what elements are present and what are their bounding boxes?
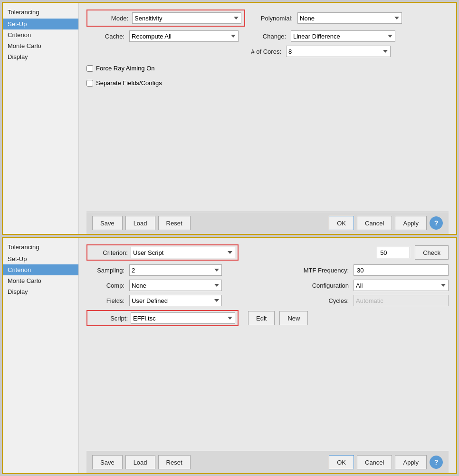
change-select[interactable]: Linear Difference Relative Change — [291, 30, 395, 42]
main-area-1: Mode: Sensitivity Monte Carlo Both Polyn… — [79, 3, 456, 234]
separate-fields-label: Separate Fields/Configs — [96, 79, 162, 87]
main-area-2: Criterion: User Script RMS Spot Size MTF… — [79, 238, 456, 473]
help-button-2[interactable]: ? — [430, 456, 443, 469]
ok-button-2[interactable]: OK — [329, 455, 354, 469]
criterion-label: Criterion: — [90, 249, 128, 256]
config-label: Configuration — [296, 282, 349, 289]
script-label: Script: — [90, 315, 128, 322]
sidebar-item-criterion-1[interactable]: Criterion — [3, 29, 78, 40]
change-label: Change: — [243, 33, 286, 40]
mode-select[interactable]: Sensitivity Monte Carlo Both — [132, 12, 241, 24]
reset-button-1[interactable]: Reset — [158, 216, 191, 230]
cache-select[interactable]: Recompute All Use Cache Build Cache — [129, 30, 239, 42]
sidebar-item-criterion-2[interactable]: Criterion — [3, 264, 78, 275]
help-button-1[interactable]: ? — [430, 216, 443, 230]
sampling-label: Sampling: — [86, 267, 124, 274]
polynomial-label: Polynomial: — [250, 15, 293, 22]
apply-button-2[interactable]: Apply — [395, 455, 427, 469]
cancel-button-2[interactable]: Cancel — [357, 455, 392, 469]
ok-button-1[interactable]: OK — [329, 216, 354, 230]
cores-label: # of Cores: — [239, 48, 281, 55]
mtf-freq-input[interactable]: 30 — [354, 264, 449, 276]
load-button-2[interactable]: Load — [125, 455, 155, 469]
edit-button[interactable]: Edit — [248, 311, 275, 325]
criterion-value-input[interactable]: 50 — [377, 247, 410, 258]
reset-button-2[interactable]: Reset — [158, 455, 191, 469]
new-button[interactable]: New — [279, 311, 308, 325]
sidebar-1-title: Tolerancing — [3, 7, 78, 19]
fields-select[interactable]: User Defined All Current — [129, 295, 222, 306]
panel-2: Tolerancing Set-Up Criterion Monte Carlo… — [2, 237, 457, 474]
button-bar-2: Save Load Reset OK Cancel Apply ? — [86, 451, 449, 473]
config-select[interactable]: All Current — [354, 280, 449, 291]
apply-button-1[interactable]: Apply — [395, 216, 427, 230]
criterion-select[interactable]: User Script RMS Spot Size MTF Boresight … — [131, 247, 235, 258]
button-bar-1: Save Load Reset OK Cancel Apply ? — [86, 212, 449, 234]
cycles-label: Cycles: — [296, 297, 349, 304]
cancel-button-1[interactable]: Cancel — [357, 216, 392, 230]
sidebar-2-title: Tolerancing — [3, 242, 78, 253]
sidebar-item-setup-1[interactable]: Set-Up — [3, 19, 78, 29]
save-button-2[interactable]: Save — [92, 455, 123, 469]
separate-fields-row: Separate Fields/Configs — [86, 79, 449, 87]
mode-highlighted-row: Mode: Sensitivity Monte Carlo Both — [86, 10, 245, 27]
sidebar-item-display-1[interactable]: Display — [3, 51, 78, 62]
check-button[interactable]: Check — [415, 245, 449, 260]
mode-label: Mode: — [90, 15, 128, 22]
script-select[interactable]: EFFl.tsc — [131, 312, 235, 324]
sidebar-item-setup-2[interactable]: Set-Up — [3, 253, 78, 264]
sampling-select[interactable]: 1 2 3 4 — [129, 264, 222, 276]
force-ray-checkbox[interactable] — [86, 65, 93, 72]
sidebar-2: Tolerancing Set-Up Criterion Monte Carlo… — [3, 238, 79, 473]
polynomial-select[interactable]: None Linear Quadratic — [297, 12, 402, 24]
sidebar-item-display-2[interactable]: Display — [3, 286, 78, 297]
sidebar-item-montecarlo-2[interactable]: Monte Carlo — [3, 275, 78, 286]
force-ray-row: Force Ray Aiming On — [86, 65, 449, 72]
sidebar-item-montecarlo-1[interactable]: Monte Carlo — [3, 40, 78, 51]
save-button-1[interactable]: Save — [92, 216, 123, 230]
cycles-select[interactable]: Automatic — [354, 295, 449, 306]
force-ray-label: Force Ray Aiming On — [96, 65, 155, 72]
load-button-1[interactable]: Load — [125, 216, 155, 230]
script-highlighted-row: Script: EFFl.tsc — [86, 310, 239, 326]
sidebar-1: Tolerancing Set-Up Criterion Monte Carlo… — [3, 3, 79, 234]
criterion-highlighted-row: Criterion: User Script RMS Spot Size MTF… — [86, 244, 239, 261]
comp-label: Comp: — [86, 282, 124, 289]
cores-select[interactable]: 1 2 4 8 16 — [286, 46, 391, 57]
panel-1: Tolerancing Set-Up Criterion Monte Carlo… — [2, 2, 457, 235]
cache-label: Cache: — [86, 33, 124, 40]
mtf-freq-label: MTF Frequency: — [296, 267, 349, 274]
comp-select[interactable]: None X Y Z — [129, 280, 222, 291]
fields-label: Fields: — [86, 297, 124, 304]
separate-fields-checkbox[interactable] — [86, 80, 93, 87]
